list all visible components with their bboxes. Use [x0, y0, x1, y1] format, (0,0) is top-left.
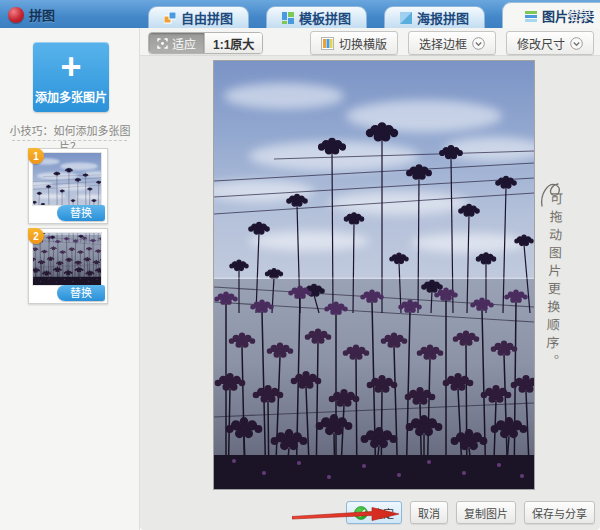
app-logo: 拼图 — [8, 5, 55, 24]
copy-image-button[interactable]: 复制图片 — [456, 501, 516, 524]
cancel-label: 取消 — [418, 505, 440, 521]
chevron-down-icon — [570, 37, 583, 50]
thumbnail-item-1[interactable]: 1 替换 — [28, 148, 108, 224]
toolbar-actions: 切换横版 选择边框 修改尺寸 — [310, 31, 594, 55]
tab-bar: 自由拼图 模板拼图 海报拼图 图片拼接 — [148, 2, 600, 28]
app-logo-text: 拼图 — [29, 5, 55, 24]
tab-template-collage[interactable]: 模板拼图 — [266, 6, 367, 28]
switch-layout-label: 切换横版 — [339, 35, 387, 52]
photo-collage-app: 拼图 自由拼图 模板拼图 海报拼图 — [0, 0, 600, 530]
switch-layout-button[interactable]: 切换横版 — [310, 31, 398, 55]
fit-view-button[interactable]: 适应 — [149, 33, 204, 53]
original-size-label: 1:1原大 — [213, 35, 254, 52]
footer-actions: 确定 取消 复制图片 保存与分享 — [346, 501, 595, 524]
fit-icon — [157, 38, 168, 49]
chevron-down-icon — [472, 37, 485, 50]
tab-label: 自由拼图 — [181, 8, 233, 27]
resize-button[interactable]: 修改尺寸 — [506, 31, 594, 55]
poster-collage-icon — [400, 12, 412, 24]
drag-hint-note: 可拖动图片更换顺序。 — [542, 192, 566, 372]
save-share-button[interactable]: 保存与分享 — [524, 501, 595, 524]
replace-button[interactable]: 替换 — [57, 205, 105, 221]
select-border-button[interactable]: 选择边框 — [408, 31, 496, 55]
add-images-button[interactable]: + 添加多张图片 — [33, 42, 109, 112]
workspace: 适应 1:1原大 切换横版 选择边框 修改尺寸 — [140, 28, 600, 530]
sidebar-divider — [12, 140, 127, 141]
switch-layout-icon — [321, 37, 334, 50]
stitched-photo-canvas[interactable] — [213, 60, 535, 490]
save-share-label: 保存与分享 — [532, 505, 587, 521]
confirm-button[interactable]: 确定 — [346, 501, 402, 524]
header-bar: 拼图 自由拼图 模板拼图 海报拼图 — [0, 0, 600, 29]
canvas-toolbar: 适应 1:1原大 切换横版 选择边框 修改尺寸 — [140, 28, 600, 56]
plus-icon: + — [60, 50, 81, 84]
cancel-button[interactable]: 取消 — [410, 501, 448, 524]
app-logo-icon — [8, 7, 24, 23]
free-collage-icon — [164, 12, 176, 24]
template-collage-icon — [282, 12, 294, 24]
confirm-label: 确定 — [372, 505, 394, 521]
replace-button[interactable]: 替换 — [57, 285, 105, 301]
login-link[interactable]: 登录 — [568, 6, 592, 23]
zoom-segmented-control: 适应 1:1原大 — [148, 32, 263, 54]
tab-label: 海报拼图 — [417, 8, 469, 27]
photo-stitch-icon — [525, 10, 537, 22]
tab-free-collage[interactable]: 自由拼图 — [148, 6, 249, 28]
sidebar: + 添加多张图片 小技巧：如何添加多张图片？ 1 替换 2 替换 — [0, 28, 140, 530]
copy-image-label: 复制图片 — [464, 505, 508, 521]
order-badge: 2 — [28, 228, 44, 244]
select-border-label: 选择边框 — [419, 35, 467, 52]
resize-label: 修改尺寸 — [517, 35, 565, 52]
thumbnail-item-2[interactable]: 2 替换 — [28, 228, 108, 304]
check-icon — [354, 506, 368, 520]
add-images-label: 添加多张图片 — [35, 88, 107, 105]
fit-label: 适应 — [172, 35, 196, 52]
tab-poster-collage[interactable]: 海报拼图 — [384, 6, 485, 28]
order-badge: 1 — [28, 148, 44, 164]
tab-label: 模板拼图 — [299, 8, 351, 27]
original-size-button[interactable]: 1:1原大 — [204, 33, 262, 53]
